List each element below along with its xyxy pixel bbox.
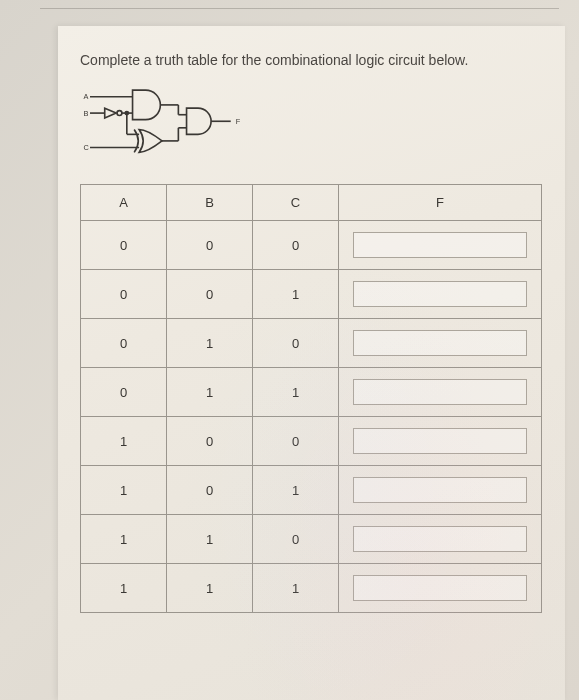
- cell-a: 0: [81, 270, 167, 319]
- cell-c: 0: [253, 417, 339, 466]
- cell-f: [339, 319, 542, 368]
- cell-a: 1: [81, 564, 167, 613]
- f-input[interactable]: [353, 428, 527, 454]
- table-row: 0 0 0: [81, 221, 542, 270]
- cell-b: 0: [167, 466, 253, 515]
- cell-f: [339, 564, 542, 613]
- label-f: F: [236, 117, 241, 126]
- cell-a: 1: [81, 417, 167, 466]
- table-row: 0 1 1: [81, 368, 542, 417]
- table-row: 1 1 0: [81, 515, 542, 564]
- svg-marker-2: [105, 108, 116, 118]
- table-row: 1 0 1: [81, 466, 542, 515]
- cell-a: 0: [81, 319, 167, 368]
- f-input[interactable]: [353, 526, 527, 552]
- page-divider: [40, 8, 559, 9]
- header-b: B: [167, 185, 253, 221]
- label-a: A: [83, 92, 88, 101]
- cell-b: 1: [167, 319, 253, 368]
- f-input[interactable]: [353, 379, 527, 405]
- f-input[interactable]: [353, 575, 527, 601]
- f-input[interactable]: [353, 330, 527, 356]
- cell-b: 0: [167, 270, 253, 319]
- f-input[interactable]: [353, 232, 527, 258]
- table-row: 1 1 1: [81, 564, 542, 613]
- cell-c: 1: [253, 368, 339, 417]
- header-c: C: [253, 185, 339, 221]
- cell-f: [339, 466, 542, 515]
- f-input[interactable]: [353, 477, 527, 503]
- cell-c: 1: [253, 564, 339, 613]
- cell-c: 0: [253, 515, 339, 564]
- table-row: 0 0 1: [81, 270, 542, 319]
- logic-circuit-diagram: A B C: [80, 82, 280, 172]
- cell-c: 0: [253, 319, 339, 368]
- cell-b: 0: [167, 417, 253, 466]
- header-a: A: [81, 185, 167, 221]
- table-row: 1 0 0: [81, 417, 542, 466]
- cell-b: 1: [167, 515, 253, 564]
- svg-point-9: [125, 111, 128, 114]
- cell-a: 0: [81, 368, 167, 417]
- label-c: C: [83, 143, 89, 152]
- cell-b: 1: [167, 368, 253, 417]
- cell-b: 0: [167, 221, 253, 270]
- cell-f: [339, 417, 542, 466]
- cell-c: 1: [253, 466, 339, 515]
- question-prompt: Complete a truth table for the combinati…: [80, 52, 543, 68]
- table-row: 0 1 0: [81, 319, 542, 368]
- truth-table: A B C F 0 0 0 0 0 1 0 1 0: [80, 184, 542, 613]
- cell-c: 0: [253, 221, 339, 270]
- cell-a: 1: [81, 466, 167, 515]
- cell-f: [339, 221, 542, 270]
- label-b: B: [83, 109, 88, 118]
- cell-f: [339, 368, 542, 417]
- question-card: Complete a truth table for the combinati…: [58, 26, 565, 700]
- cell-a: 0: [81, 221, 167, 270]
- cell-f: [339, 270, 542, 319]
- cell-f: [339, 515, 542, 564]
- f-input[interactable]: [353, 281, 527, 307]
- cell-c: 1: [253, 270, 339, 319]
- cell-b: 1: [167, 564, 253, 613]
- table-header-row: A B C F: [81, 185, 542, 221]
- svg-point-3: [117, 111, 122, 116]
- cell-a: 1: [81, 515, 167, 564]
- header-f: F: [339, 185, 542, 221]
